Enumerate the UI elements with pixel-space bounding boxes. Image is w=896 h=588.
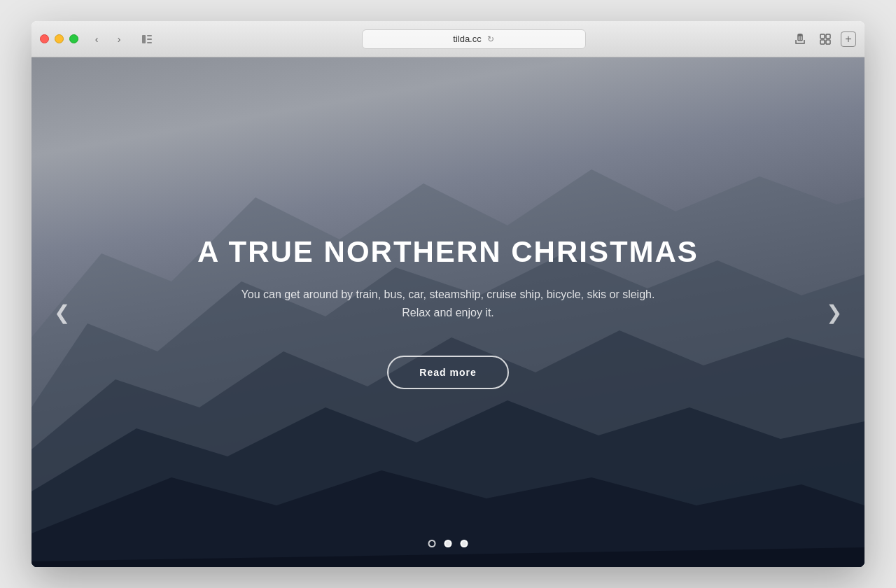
subtitle-line2: Relax and enjoy it. — [402, 307, 494, 318]
read-more-button[interactable]: Read more — [387, 356, 508, 389]
address-bar-wrap: tilda.cc ↻ — [165, 29, 782, 49]
traffic-lights — [40, 34, 78, 43]
browser-window: ‹ › tilda.cc ↻ — [31, 21, 864, 567]
plus-icon: + — [845, 33, 851, 46]
slider-container: A TRUE NORTHERN CHRISTMAS You can get ar… — [31, 57, 864, 567]
svg-rect-1 — [147, 35, 152, 36]
address-text: tilda.cc — [453, 34, 481, 44]
svg-rect-5 — [820, 34, 825, 38]
dot-3[interactable] — [461, 540, 468, 547]
dot-1[interactable] — [428, 540, 436, 547]
forward-button[interactable]: › — [109, 29, 129, 49]
dot-2[interactable] — [444, 540, 452, 547]
nav-buttons: ‹ › — [87, 29, 129, 49]
prev-arrow-button[interactable]: ❮ — [43, 287, 81, 338]
slide-subtitle: You can get around by train, bus, car, s… — [241, 286, 655, 321]
maximize-button[interactable] — [69, 34, 78, 43]
browser-actions: + — [790, 29, 856, 49]
back-button[interactable]: ‹ — [87, 29, 106, 49]
new-tab-button[interactable]: + — [841, 31, 856, 47]
close-button[interactable] — [40, 34, 49, 43]
svg-rect-0 — [142, 35, 146, 43]
sidebar-toggle-button[interactable] — [137, 29, 157, 49]
svg-rect-2 — [147, 38, 152, 40]
reload-icon[interactable]: ↻ — [487, 34, 494, 44]
minimize-button[interactable] — [55, 34, 64, 43]
slide-dots — [428, 540, 468, 547]
slide-content: A TRUE NORTHERN CHRISTMAS You can get ar… — [31, 57, 864, 567]
address-bar[interactable]: tilda.cc ↻ — [362, 29, 586, 49]
svg-rect-8 — [826, 40, 830, 44]
browser-chrome: ‹ › tilda.cc ↻ — [31, 21, 864, 57]
prev-arrow-icon: ❮ — [54, 302, 70, 323]
svg-rect-6 — [826, 34, 830, 38]
share-button[interactable] — [790, 29, 810, 49]
subtitle-line1: You can get around by train, bus, car, s… — [241, 288, 655, 300]
tabs-button[interactable] — [816, 29, 835, 49]
slide-title: A TRUE NORTHERN CHRISTMAS — [197, 235, 699, 269]
next-arrow-button[interactable]: ❯ — [815, 287, 853, 338]
svg-rect-7 — [820, 40, 825, 44]
svg-rect-3 — [147, 42, 152, 43]
next-arrow-icon: ❯ — [826, 302, 842, 323]
